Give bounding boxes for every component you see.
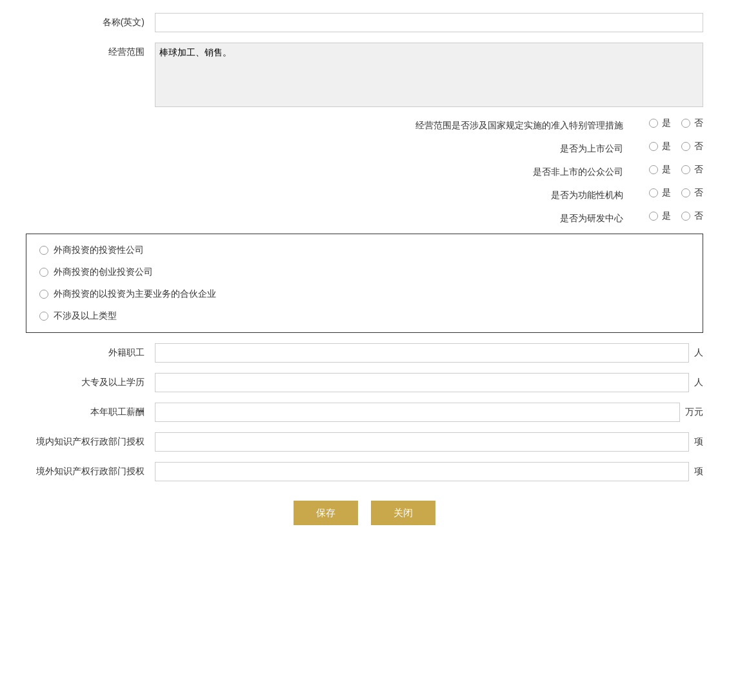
functional-org-row: 是否为功能性机构 是 否 [26, 187, 703, 201]
functional-org-no-label[interactable]: 否 [694, 187, 703, 199]
close-button[interactable]: 关闭 [371, 501, 435, 525]
name-en-input[interactable] [155, 13, 703, 32]
partnership-radio[interactable] [39, 290, 48, 299]
rd-center-no-radio[interactable] [681, 212, 690, 221]
investment-type-section: 外商投资的投资性公司 外商投资的创业投资公司 外商投资的以投资为主要业务的合伙企… [26, 234, 703, 333]
business-scope-label: 经营范围 [26, 43, 155, 58]
name-en-row: 各称(英文) [26, 13, 703, 32]
listed-company-row: 是否为上市公司 是 否 [26, 141, 703, 155]
special-mgmt-row: 经营范围是否涉及国家规定实施的准入特别管理措施 是 否 [26, 117, 703, 132]
foreign-staff-unit: 人 [694, 347, 703, 359]
functional-org-no-radio[interactable] [681, 188, 690, 197]
functional-org-yes-label[interactable]: 是 [662, 187, 671, 199]
annual-salary-unit: 万元 [685, 406, 703, 418]
not-applicable-item: 不涉及以上类型 [39, 310, 690, 322]
partnership-label[interactable]: 外商投资的以投资为主要业务的合伙企业 [54, 288, 216, 300]
college-above-input[interactable] [155, 373, 689, 392]
partnership-item: 外商投资的以投资为主要业务的合伙企业 [39, 288, 690, 300]
investment-company-radio[interactable] [39, 246, 48, 255]
college-above-label: 大专及以上学历 [26, 377, 155, 388]
domestic-ip-label: 境内知识产权行政部门授权 [26, 436, 155, 448]
college-above-unit: 人 [694, 377, 703, 388]
not-applicable-radio[interactable] [39, 312, 48, 321]
overseas-ip-row: 境外知识产权行政部门授权 项 [26, 462, 703, 481]
listed-company-radios: 是 否 [649, 141, 703, 152]
non-listed-yes-label[interactable]: 是 [662, 164, 671, 175]
overseas-ip-input[interactable] [155, 462, 689, 481]
business-scope-textarea[interactable]: 棒球加工、销售。 [155, 43, 703, 107]
listed-yes-radio[interactable] [649, 142, 658, 151]
not-applicable-label[interactable]: 不涉及以上类型 [54, 310, 117, 322]
domestic-ip-row: 境内知识产权行政部门授权 项 [26, 432, 703, 452]
investment-company-label[interactable]: 外商投资的投资性公司 [54, 245, 144, 256]
non-listed-public-row: 是否非上市的公众公司 是 否 [26, 164, 703, 178]
overseas-ip-label: 境外知识产权行政部门授权 [26, 466, 155, 477]
rd-center-row: 是否为研发中心 是 否 [26, 210, 703, 225]
venture-company-label[interactable]: 外商投资的创业投资公司 [54, 266, 153, 278]
non-listed-public-label: 是否非上市的公众公司 [26, 164, 649, 178]
special-mgmt-no-radio[interactable] [681, 119, 690, 128]
listed-yes-label[interactable]: 是 [662, 141, 671, 152]
non-listed-no-radio[interactable] [681, 165, 690, 174]
rd-center-yes-radio[interactable] [649, 212, 658, 221]
functional-org-label: 是否为功能性机构 [26, 187, 649, 201]
button-row: 保存 关闭 [26, 501, 703, 525]
annual-salary-input[interactable] [155, 403, 680, 422]
functional-org-radios: 是 否 [649, 187, 703, 199]
non-listed-public-radios: 是 否 [649, 164, 703, 175]
overseas-ip-unit: 项 [694, 466, 703, 477]
rd-center-yes-label[interactable]: 是 [662, 210, 671, 222]
foreign-staff-row: 外籍职工 人 [26, 343, 703, 363]
listed-company-label: 是否为上市公司 [26, 141, 649, 155]
listed-no-label[interactable]: 否 [694, 141, 703, 152]
foreign-staff-input[interactable] [155, 343, 689, 363]
venture-company-radio[interactable] [39, 268, 48, 277]
non-listed-yes-radio[interactable] [649, 165, 658, 174]
rd-center-label: 是否为研发中心 [26, 210, 649, 225]
foreign-staff-label: 外籍职工 [26, 347, 155, 359]
special-mgmt-label: 经营范围是否涉及国家规定实施的准入特别管理措施 [26, 117, 649, 132]
special-mgmt-radios: 是 否 [649, 117, 703, 129]
save-button[interactable]: 保存 [294, 501, 358, 525]
rd-center-no-label[interactable]: 否 [694, 210, 703, 222]
special-mgmt-no-label[interactable]: 否 [694, 117, 703, 129]
special-mgmt-yes-label[interactable]: 是 [662, 117, 671, 129]
special-mgmt-yes-radio[interactable] [649, 119, 658, 128]
college-above-row: 大专及以上学历 人 [26, 373, 703, 392]
non-listed-no-label[interactable]: 否 [694, 164, 703, 175]
name-en-label: 各称(英文) [26, 17, 155, 28]
venture-company-item: 外商投资的创业投资公司 [39, 266, 690, 278]
annual-salary-label: 本年职工薪酬 [26, 406, 155, 418]
functional-org-yes-radio[interactable] [649, 188, 658, 197]
business-scope-row: 经营范围 棒球加工、销售。 [26, 43, 703, 107]
domestic-ip-unit: 项 [694, 436, 703, 448]
annual-salary-row: 本年职工薪酬 万元 [26, 403, 703, 422]
investment-company-item: 外商投资的投资性公司 [39, 245, 690, 256]
form-container: 各称(英文) 经营范围 棒球加工、销售。 经营范围是否涉及国家规定实施的准入特别… [26, 13, 703, 525]
rd-center-radios: 是 否 [649, 210, 703, 222]
listed-no-radio[interactable] [681, 142, 690, 151]
domestic-ip-input[interactable] [155, 432, 689, 452]
